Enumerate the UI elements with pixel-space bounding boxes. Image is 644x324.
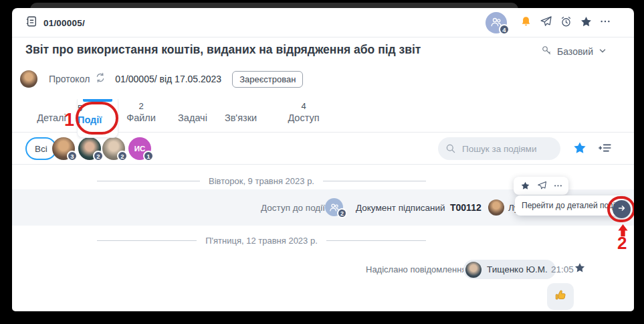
divider-line	[97, 181, 200, 181]
tooltip: Перейти до деталей події	[515, 195, 624, 216]
person-name: Тищенко Ю.М.	[487, 264, 548, 274]
participant-badge: 3	[67, 151, 78, 161]
tab-count: 4	[284, 99, 324, 112]
doc-type-label: Протокол	[49, 74, 90, 84]
divider-line	[97, 240, 197, 241]
tab-access[interactable]: 4 Доступ	[284, 99, 324, 133]
arrow-right-icon	[617, 204, 627, 216]
tab-tasks[interactable]: Задачі	[173, 99, 213, 133]
message-action: Надіслано повідомлення	[366, 264, 466, 274]
tab-links[interactable]: Зв'язки	[221, 99, 261, 133]
annotation-step-2: 2	[617, 233, 627, 254]
filter-settings-icon[interactable]	[598, 141, 613, 155]
active-tab-indicator	[83, 99, 112, 102]
document-window: 01/00005/ 4	[12, 8, 634, 311]
alarm-clock-icon	[560, 15, 572, 31]
date-divider: Вівторок, 9 травня 2023 р.	[97, 175, 426, 186]
protocol-row: Протокол 01/00005/ від 17.05.2023 Зареєс…	[20, 68, 303, 90]
divider-line	[326, 240, 426, 241]
access-mode-dropdown[interactable]: Базовий	[541, 45, 607, 58]
date-divider: П'ятниця, 12 травня 2023 р.	[97, 235, 426, 246]
topbar: 01/00005/ 4	[12, 8, 634, 37]
divider-date: П'ятниця, 12 травня 2023 р.	[205, 236, 318, 246]
bell-icon	[520, 15, 532, 31]
collaborators-button[interactable]: 4	[486, 12, 507, 33]
person-chip[interactable]: Тищенко Ю.М.	[463, 260, 556, 279]
tabs-row: Деталі 2 Файли Задачі Зв'язки 4 Доступ 5	[12, 99, 634, 133]
event-access-icon[interactable]: 2	[325, 198, 343, 216]
notifications-button[interactable]	[520, 15, 532, 31]
toolbar-star-icon[interactable]	[520, 181, 530, 191]
thumbs-up-icon	[554, 289, 568, 305]
divider-date: Вівторок, 9 травня 2023 р.	[209, 176, 314, 186]
page-title: Звіт про використання коштів, виданих на…	[25, 43, 421, 57]
participant-avatar-3[interactable]: 2	[102, 137, 125, 160]
person-avatar	[465, 262, 481, 278]
annotation-step-1: 1	[64, 110, 74, 131]
tab-label: Події	[78, 114, 118, 125]
send-icon	[540, 15, 552, 31]
participant-badge: 2	[117, 151, 128, 161]
search-input[interactable]	[438, 137, 560, 160]
participant-avatar-1[interactable]: 3	[52, 137, 75, 160]
message-time: 21:05	[551, 264, 574, 274]
reminder-button[interactable]	[560, 15, 572, 31]
tab-count	[221, 99, 261, 112]
send-button[interactable]	[540, 15, 552, 31]
divider-line	[323, 181, 426, 181]
doc-number: 01/00005/	[43, 18, 85, 28]
favorite-button[interactable]	[580, 15, 593, 31]
breadcrumb[interactable]: 01/00005/	[25, 8, 85, 37]
collaborators-count-badge: 4	[499, 24, 510, 35]
tab-label: Доступ	[284, 112, 324, 123]
doc-code: Т00112	[450, 202, 481, 213]
participant-avatar-4[interactable]: ИС 1	[128, 137, 151, 160]
tab-label: Задачі	[173, 112, 213, 123]
toolbar-more-icon[interactable]	[554, 181, 562, 190]
tab-count: 5	[78, 103, 118, 113]
tab-count	[173, 99, 213, 112]
sync-icon[interactable]	[95, 72, 106, 86]
participant-badge: 1	[143, 151, 154, 161]
more-button[interactable]	[600, 16, 611, 29]
tab-files[interactable]: 2 Файли	[121, 99, 161, 133]
favorites-filter-star[interactable]	[572, 141, 587, 155]
star-icon	[580, 15, 593, 31]
event-filter-bar: Всі 3 2 2 ИС 1	[12, 134, 634, 165]
toolbar-send-icon[interactable]	[537, 181, 547, 191]
key-icon	[541, 45, 552, 58]
more-icon	[600, 16, 611, 29]
screen-background: 01/00005/ 4	[0, 0, 644, 324]
tab-count: 2	[121, 99, 161, 112]
hover-toolbar	[514, 177, 568, 195]
access-label: Доступ до події	[261, 203, 325, 213]
participant-initials: ИС	[134, 145, 146, 153]
go-to-event-button[interactable]	[613, 200, 631, 218]
event-action: Документ підписаний	[356, 203, 445, 213]
participant-avatar-2[interactable]: 2	[78, 137, 101, 160]
document-icon	[25, 15, 37, 30]
access-mode-label: Базовий	[557, 46, 593, 57]
person-avatar[interactable]	[488, 199, 504, 216]
reaction-button[interactable]	[547, 283, 574, 310]
tab-label: Зв'язки	[221, 112, 261, 123]
author-avatar[interactable]	[20, 70, 37, 88]
access-count-badge: 2	[337, 208, 347, 218]
doc-number-date: 01/00005/ від 17.05.2023	[115, 74, 221, 84]
participant-badge: 2	[93, 151, 104, 161]
status-badge: Зареєстрован	[232, 71, 303, 88]
tab-label: Файли	[121, 112, 161, 123]
message-star-icon[interactable]	[574, 262, 586, 274]
chevron-down-icon	[598, 46, 607, 58]
tab-events[interactable]: 5 Події	[77, 99, 118, 138]
